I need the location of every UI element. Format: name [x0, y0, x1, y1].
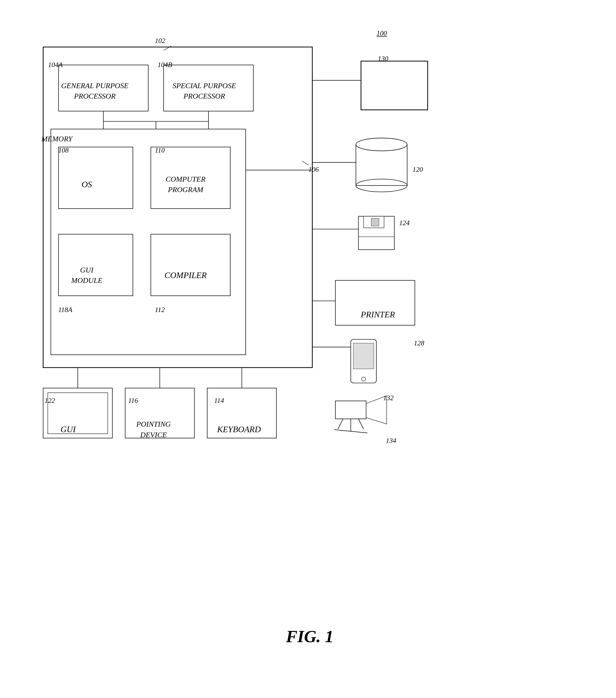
ref-label-132: 132: [383, 394, 393, 402]
box-general-purpose-processor: GENERAL PURPOSE PROCESSOR: [48, 67, 142, 115]
svg-line-42: [358, 419, 363, 429]
ref-label-120: 120: [413, 166, 423, 173]
ref-label-102: 102: [155, 37, 165, 45]
figure-caption: FIG. 1: [286, 627, 333, 646]
box-printer: PRINTER: [336, 291, 419, 338]
box-special-purpose-processor: SPECIAL PURPOSE PROCESSOR: [158, 67, 251, 115]
ref-label-130: 130: [378, 55, 388, 63]
ref-label-134: 134: [386, 437, 396, 445]
ref-label-128: 128: [414, 339, 424, 347]
svg-line-44: [164, 46, 171, 50]
box-pointing-device: POINTINGDEVICE: [117, 403, 190, 456]
svg-point-37: [361, 377, 366, 381]
box-keyboard: KEYBOARD: [203, 403, 275, 456]
svg-line-40: [338, 419, 343, 429]
box-os: OS: [48, 152, 126, 217]
svg-rect-30: [358, 217, 394, 250]
svg-rect-38: [335, 401, 366, 419]
svg-line-43: [334, 430, 368, 433]
ref-label-106: 106: [309, 166, 319, 173]
svg-rect-36: [353, 343, 374, 369]
box-gui: GUI: [32, 403, 104, 456]
lbl-memory: MEMORY: [41, 135, 72, 143]
ref-label-124: 124: [399, 219, 410, 227]
svg-rect-32: [371, 218, 379, 226]
svg-rect-27: [356, 144, 407, 186]
box-gui-module: GUIMODULE: [48, 243, 126, 307]
box-compiler: COMPILER: [144, 243, 227, 307]
svg-rect-31: [364, 217, 384, 228]
svg-rect-35: [351, 339, 376, 383]
box-computer-program: COMPUTERPROGRAM: [144, 152, 227, 217]
svg-point-29: [356, 179, 407, 192]
svg-rect-26: [361, 61, 428, 110]
svg-point-28: [356, 138, 407, 151]
svg-line-45: [302, 161, 309, 165]
ref-label-100: 100: [376, 29, 387, 38]
